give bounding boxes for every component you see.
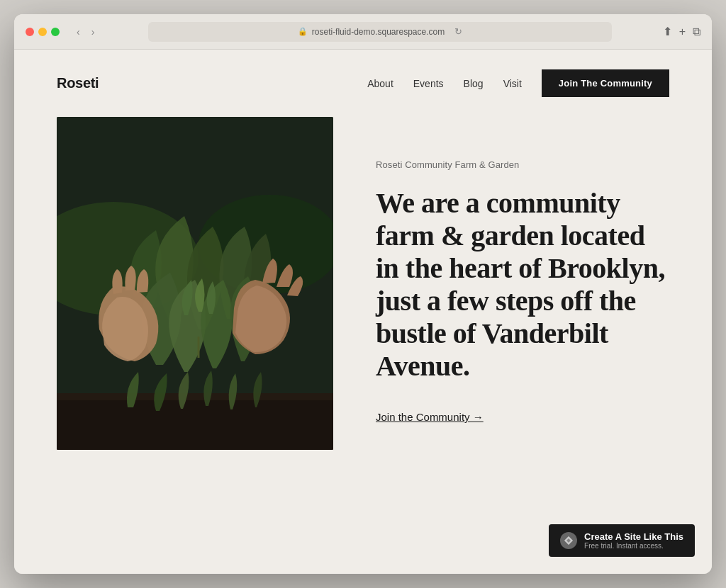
website-content: Roseti About Events Blog Visit Join The … bbox=[14, 50, 712, 574]
duplicate-button[interactable]: ⧉ bbox=[693, 26, 700, 38]
traffic-light-maximize[interactable] bbox=[51, 28, 60, 36]
nav-link-events[interactable]: Events bbox=[413, 78, 444, 89]
hero-heading: We are a community farm & garden located… bbox=[376, 187, 669, 383]
hero-image-placeholder bbox=[57, 117, 333, 450]
browser-nav-controls: ‹ › bbox=[74, 25, 97, 39]
nav-links: About Events Blog Visit Join The Communi… bbox=[367, 69, 669, 97]
nav-cta-button[interactable]: Join The Community bbox=[542, 69, 669, 97]
browser-actions: ⬆ + ⧉ bbox=[663, 25, 700, 38]
browser-window: ‹ › 🔒 roseti-fluid-demo.squarespace.com … bbox=[14, 14, 712, 574]
hero-cta-link[interactable]: Join the Community → bbox=[376, 411, 484, 423]
refresh-icon[interactable]: ↻ bbox=[454, 26, 462, 37]
traffic-light-close[interactable] bbox=[26, 28, 34, 36]
back-button[interactable]: ‹ bbox=[74, 25, 83, 39]
traffic-lights bbox=[26, 28, 60, 36]
nav-link-about[interactable]: About bbox=[367, 78, 393, 89]
main-nav: Roseti About Events Blog Visit Join The … bbox=[14, 50, 712, 117]
site-logo[interactable]: Roseti bbox=[57, 75, 99, 91]
badge-sub-text: Free trial. Instant access. bbox=[584, 542, 683, 550]
browser-chrome: ‹ › 🔒 roseti-fluid-demo.squarespace.com … bbox=[14, 14, 712, 50]
new-tab-button[interactable]: + bbox=[679, 26, 686, 38]
squarespace-logo-icon bbox=[560, 532, 577, 549]
url-text: roseti-fluid-demo.squarespace.com bbox=[312, 27, 445, 37]
lock-icon: 🔒 bbox=[298, 27, 308, 36]
nav-link-blog[interactable]: Blog bbox=[464, 78, 484, 89]
nav-link-visit[interactable]: Visit bbox=[503, 78, 522, 89]
address-bar[interactable]: 🔒 roseti-fluid-demo.squarespace.com ↻ bbox=[148, 22, 611, 42]
svg-rect-6 bbox=[57, 117, 333, 450]
squarespace-badge-text: Create A Site Like This Free trial. Inst… bbox=[584, 531, 683, 550]
hero-image bbox=[57, 117, 333, 450]
hero-text-section: Roseti Community Farm & Garden We are a … bbox=[376, 117, 669, 424]
forward-button[interactable]: › bbox=[89, 25, 98, 39]
hero-subtitle: Roseti Community Farm & Garden bbox=[376, 159, 669, 170]
share-button[interactable]: ⬆ bbox=[663, 25, 672, 38]
main-content: Roseti Community Farm & Garden We are a … bbox=[14, 117, 712, 574]
squarespace-badge[interactable]: Create A Site Like This Free trial. Inst… bbox=[549, 524, 695, 557]
traffic-light-minimize[interactable] bbox=[38, 28, 47, 36]
badge-main-text: Create A Site Like This bbox=[584, 531, 683, 542]
